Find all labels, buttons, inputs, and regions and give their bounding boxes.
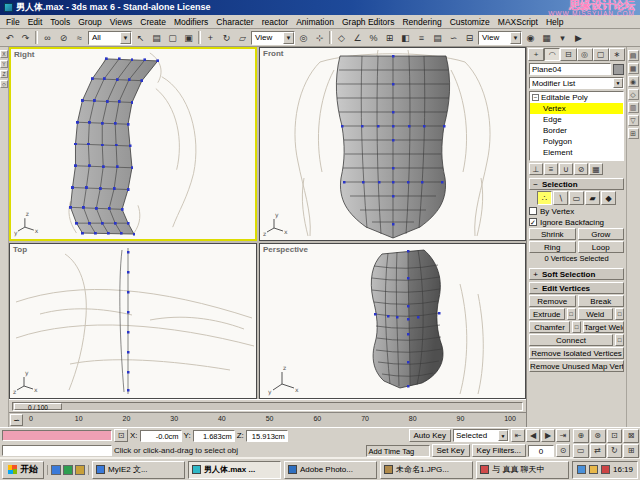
add-time-tag[interactable]: Add Time Tag xyxy=(366,445,430,457)
viewport-top[interactable]: Top xyxy=(9,243,257,399)
render-scene-icon[interactable]: ▦ xyxy=(539,30,554,45)
select-and-rotate-icon[interactable]: ↻ xyxy=(219,30,234,45)
tray-icon[interactable] xyxy=(601,465,610,474)
go-to-end-icon[interactable]: ⇥ xyxy=(556,429,570,442)
collapse-icon[interactable]: − xyxy=(532,94,539,101)
named-selection-dropdown[interactable]: View ▼ xyxy=(478,31,522,45)
key-filters-button[interactable]: Key Filters... xyxy=(472,444,526,457)
layer-manager-icon[interactable]: ▤ xyxy=(430,30,445,45)
tab-motion-icon[interactable]: ◎ xyxy=(577,48,593,61)
right-viewport-canvas[interactable]: z x y xyxy=(11,49,255,239)
zoom-all-icon[interactable]: ⊛ xyxy=(590,429,606,443)
stack-row-polygon[interactable]: Polygon xyxy=(530,136,623,147)
select-and-move-icon[interactable]: + xyxy=(203,30,218,45)
restrict-plane-icon[interactable]: ◇ xyxy=(0,80,8,88)
quick-render-icon[interactable]: ▶ xyxy=(571,30,586,45)
use-pivot-center-icon[interactable]: ◎ xyxy=(296,30,311,45)
edge-subobject-icon[interactable]: ∖ xyxy=(553,191,568,205)
current-frame-field[interactable]: 0 xyxy=(528,445,554,457)
menu-item[interactable]: MAXScript xyxy=(494,17,542,27)
min-max-toggle-icon[interactable]: ⊞ xyxy=(623,444,639,458)
named-sets-icon[interactable]: ▥ xyxy=(628,102,639,113)
remove-isolated-vertices-button[interactable]: Remove Isolated Vertices xyxy=(529,347,624,359)
viewport-label-right[interactable]: Right xyxy=(14,50,34,59)
quick-launch-icon[interactable] xyxy=(63,465,73,475)
rollout-edit-vertices-header[interactable]: − Edit Vertices xyxy=(529,282,624,294)
time-slider-handle[interactable]: 0 / 100 xyxy=(14,403,62,410)
redo-icon[interactable]: ↷ xyxy=(18,30,33,45)
start-button[interactable]: 开始 xyxy=(2,461,44,479)
menu-item[interactable]: Group xyxy=(74,17,106,27)
extrude-button[interactable]: Extrude xyxy=(529,308,565,320)
menu-item[interactable]: Edit xyxy=(24,17,47,27)
spinner-snap-icon[interactable]: ⊞ xyxy=(382,30,397,45)
rollout-selection-header[interactable]: − Selection xyxy=(529,178,624,190)
z-coordinate-field[interactable]: 15.913cm xyxy=(246,430,288,442)
material-editor-icon[interactable]: ◉ xyxy=(523,30,538,45)
viewport-perspective[interactable]: Perspective xyxy=(259,243,526,399)
track-bar[interactable]: ∽ 0102030405060708090100 xyxy=(9,412,526,427)
modifier-stack[interactable]: − Editable Poly Vertex Edge Border Polyg… xyxy=(529,91,624,161)
remove-modifier-icon[interactable]: ⊘ xyxy=(574,163,588,175)
quick-launch-icon[interactable] xyxy=(51,465,61,475)
loop-button[interactable]: Loop xyxy=(578,241,625,253)
auto-key-button[interactable]: Auto Key xyxy=(409,429,451,442)
menu-item[interactable]: Graph Editors xyxy=(338,17,398,27)
menu-item[interactable]: Help xyxy=(542,17,567,27)
pan-icon[interactable]: ⇄ xyxy=(590,444,606,458)
rollout-soft-selection-header[interactable]: + Soft Selection xyxy=(529,268,624,280)
element-subobject-icon[interactable]: ◆ xyxy=(601,191,616,205)
menu-item[interactable]: Create xyxy=(136,17,170,27)
menu-item[interactable]: File xyxy=(2,17,24,27)
undo-icon[interactable]: ↶ xyxy=(2,30,17,45)
break-button[interactable]: Break xyxy=(578,295,625,307)
arc-rotate-icon[interactable]: ↻ xyxy=(607,444,623,458)
zoom-icon[interactable]: ⊕ xyxy=(573,429,589,443)
by-vertex-checkbox[interactable] xyxy=(529,207,537,215)
time-slider-track[interactable]: 0 / 100 xyxy=(12,402,523,411)
object-name-field[interactable]: Plane04 xyxy=(529,63,611,75)
chamfer-settings-button[interactable]: □ xyxy=(572,321,581,333)
window-crossing-icon[interactable]: ▣ xyxy=(181,30,196,45)
align-icon[interactable]: ≡ xyxy=(414,30,429,45)
extras-icon[interactable]: ⊞ xyxy=(628,128,639,139)
rect-selection-region-icon[interactable]: ▢ xyxy=(165,30,180,45)
target-weld-button[interactable]: Target Weld xyxy=(583,321,624,333)
restrict-z-icon[interactable]: Z xyxy=(0,70,8,78)
configure-modifier-sets-icon[interactable]: ▦ xyxy=(589,163,603,175)
reference-coordinate-dropdown[interactable]: View ▼ xyxy=(251,31,295,45)
menu-item[interactable]: Animation xyxy=(292,17,338,27)
viewport-right[interactable]: Right xyxy=(9,47,257,241)
maxscript-mini-listener-macro[interactable] xyxy=(2,430,112,441)
modifier-list-dropdown[interactable]: Modifier List ▼ xyxy=(529,77,624,89)
y-coordinate-field[interactable]: 1.683cm xyxy=(193,430,235,442)
ring-button[interactable]: Ring xyxy=(529,241,576,253)
unlink-icon[interactable]: ⊘ xyxy=(56,30,71,45)
viewport-label-perspective[interactable]: Perspective xyxy=(263,245,308,254)
percent-snap-icon[interactable]: % xyxy=(366,30,381,45)
taskbar-task-3dsmax[interactable]: 男人体.max ... xyxy=(188,461,281,479)
zoom-extents-all-icon[interactable]: ⊠ xyxy=(623,429,639,443)
menu-item[interactable]: reactor xyxy=(258,17,292,27)
snap-toggle-icon[interactable]: ◇ xyxy=(334,30,349,45)
shrink-button[interactable]: Shrink xyxy=(529,228,576,240)
menu-item[interactable]: Rendering xyxy=(398,17,445,27)
select-by-name-icon[interactable]: ▤ xyxy=(149,30,164,45)
stack-row-vertex[interactable]: Vertex xyxy=(530,103,623,114)
key-mode-dropdown[interactable]: Selected ▼ xyxy=(453,429,509,442)
menu-item[interactable]: Customize xyxy=(446,17,494,27)
selection-filter-dropdown[interactable]: All ▼ xyxy=(88,31,132,45)
polygon-subobject-icon[interactable]: ▰ xyxy=(585,191,600,205)
remove-unused-map-verts-button[interactable]: Remove Unused Map Verts xyxy=(529,360,624,372)
zoom-extents-icon[interactable]: ⊡ xyxy=(607,429,623,443)
taskbar-task-photoshop[interactable]: Adobe Photo... xyxy=(284,461,377,479)
angle-snap-icon[interactable]: ∠ xyxy=(350,30,365,45)
border-subobject-icon[interactable]: ▭ xyxy=(569,191,584,205)
stack-row-edge[interactable]: Edge xyxy=(530,114,623,125)
bind-to-spacewarp-icon[interactable]: ≈ xyxy=(72,30,87,45)
menu-item[interactable]: Views xyxy=(106,17,137,27)
viewport-label-front[interactable]: Front xyxy=(263,49,283,58)
restrict-x-icon[interactable]: X xyxy=(0,50,8,58)
grow-button[interactable]: Grow xyxy=(578,228,625,240)
chamfer-button[interactable]: Chamfer xyxy=(529,321,570,333)
